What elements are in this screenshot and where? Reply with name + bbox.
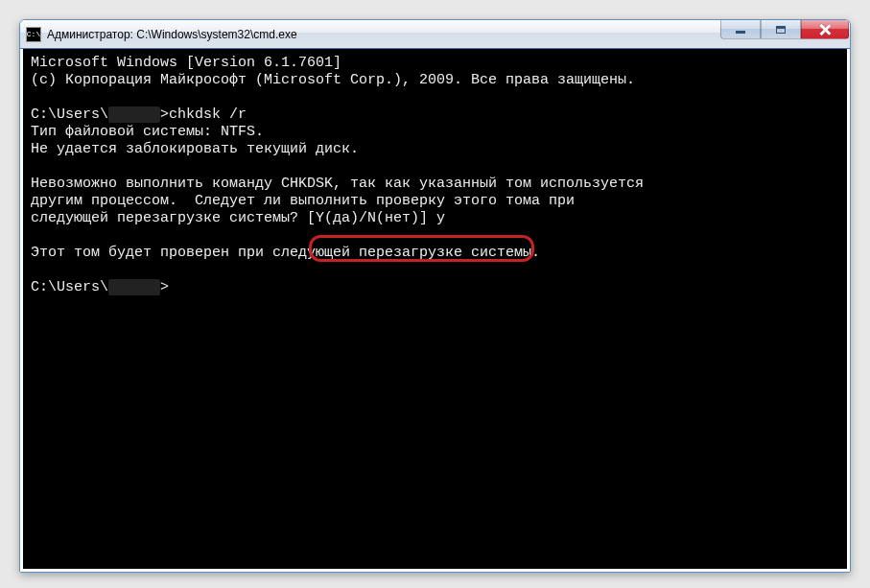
username-blurred	[108, 279, 160, 295]
prompt-line: C:\Users\ >chkdsk /r	[31, 106, 247, 123]
prompt-line: C:\Users\ >	[31, 279, 169, 295]
console-line: Microsoft Windows [Version 6.1.7601]	[31, 55, 341, 71]
console-line: Этот том будет проверен при следующей пе…	[31, 245, 540, 261]
console-line: (c) Корпорация Майкрософт (Microsoft Cor…	[31, 72, 635, 88]
close-button[interactable]	[801, 20, 849, 39]
close-icon	[819, 24, 831, 35]
cmd-icon: C:\	[26, 27, 41, 42]
window-title: Администратор: C:\Windows\system32\cmd.e…	[47, 28, 720, 41]
prompt-path: C:\Users\	[31, 106, 108, 123]
console-line: другим процессом. Следует ли выполнить п…	[31, 193, 575, 209]
maximize-button[interactable]	[761, 20, 801, 39]
maximize-icon	[776, 26, 786, 34]
console-line: Не удается заблокировать текущий диск.	[31, 141, 359, 157]
console-line: следующей перезагрузке системы? [Y(да)/N…	[31, 210, 445, 226]
minimize-icon	[736, 31, 745, 34]
minimize-button[interactable]	[720, 20, 761, 39]
console-line: Тип файловой системы: NTFS.	[31, 124, 264, 140]
command-text: >chkdsk /r	[160, 106, 247, 123]
prompt-caret: >	[160, 279, 169, 295]
msg-text: следующей перезагрузке системы?	[31, 210, 307, 226]
cmd-window: C:\ Администратор: C:\Windows\system32\c…	[19, 19, 851, 573]
console-line: Невозможно выполнить команду CHKDSK, так…	[31, 176, 644, 192]
username-blurred	[108, 106, 160, 123]
window-controls	[720, 20, 849, 48]
console-area[interactable]: Microsoft Windows [Version 6.1.7601] (c)…	[20, 49, 850, 572]
prompt-path: C:\Users\	[31, 279, 108, 295]
choice-prompt: [Y(да)/N(нет)] y	[307, 210, 445, 226]
titlebar[interactable]: C:\ Администратор: C:\Windows\system32\c…	[20, 20, 850, 49]
